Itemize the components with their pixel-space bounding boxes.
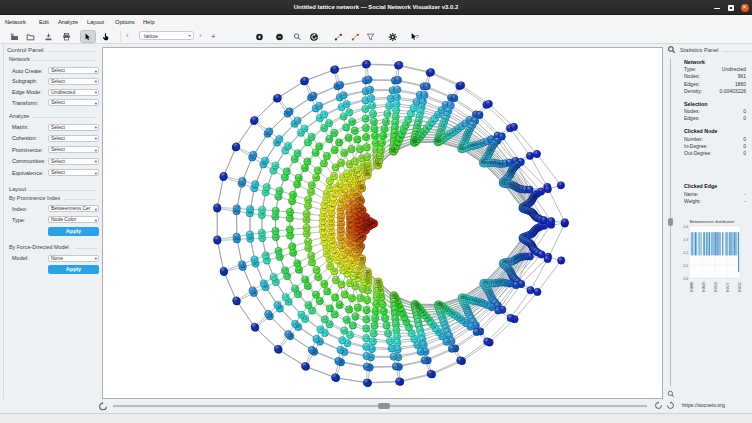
svg-text:617: 617 bbox=[299, 131, 304, 135]
svg-text:257: 257 bbox=[365, 298, 370, 302]
svg-text:181: 181 bbox=[419, 333, 424, 337]
svg-text:566: 566 bbox=[324, 192, 329, 196]
svg-text:281: 281 bbox=[336, 359, 341, 363]
svg-text:153: 153 bbox=[449, 339, 454, 343]
svg-text:0.0110: 0.0110 bbox=[714, 282, 718, 292]
svg-text:427: 427 bbox=[322, 240, 327, 244]
svg-text:559: 559 bbox=[234, 144, 239, 148]
svg-text:749: 749 bbox=[394, 102, 399, 106]
svg-text:595: 595 bbox=[305, 159, 310, 163]
svg-text:580: 580 bbox=[340, 197, 345, 201]
svg-text:269: 269 bbox=[362, 280, 367, 284]
svg-text:212: 212 bbox=[395, 335, 400, 339]
svg-text:770: 770 bbox=[409, 111, 414, 115]
svg-text:404: 404 bbox=[234, 298, 239, 302]
svg-text:802: 802 bbox=[436, 113, 441, 117]
svg-text:299: 299 bbox=[355, 266, 360, 270]
svg-text:524: 524 bbox=[263, 190, 268, 194]
svg-text:531: 531 bbox=[264, 185, 269, 189]
svg-text:178: 178 bbox=[416, 320, 421, 324]
svg-text:655: 655 bbox=[322, 112, 327, 116]
svg-text:597: 597 bbox=[328, 179, 333, 183]
svg-text:?: ? bbox=[415, 32, 419, 39]
svg-text:897: 897 bbox=[507, 161, 512, 165]
svg-text:671: 671 bbox=[357, 176, 362, 180]
svg-text:733: 733 bbox=[378, 154, 383, 158]
svg-text:122: 122 bbox=[474, 323, 479, 327]
svg-text:213: 213 bbox=[395, 341, 400, 345]
svg-text:97: 97 bbox=[486, 303, 489, 307]
svg-text:616: 616 bbox=[306, 140, 311, 144]
svg-text:243: 243 bbox=[371, 331, 376, 335]
svg-text:0.0232: 0.0232 bbox=[738, 282, 742, 292]
svg-text:472: 472 bbox=[304, 226, 309, 230]
svg-text:270: 270 bbox=[360, 287, 365, 291]
svg-text:227: 227 bbox=[380, 302, 385, 306]
svg-text:205: 205 bbox=[392, 300, 397, 304]
svg-text:525: 525 bbox=[252, 186, 257, 190]
svg-text:766: 766 bbox=[399, 132, 404, 136]
svg-text:808: 808 bbox=[452, 96, 457, 100]
svg-text:708: 708 bbox=[363, 117, 368, 121]
svg-text:206: 206 bbox=[392, 303, 397, 307]
svg-text:303: 303 bbox=[342, 292, 347, 296]
svg-text:300: 300 bbox=[353, 270, 358, 274]
svg-text:765: 765 bbox=[397, 136, 402, 140]
svg-text:436: 436 bbox=[240, 262, 245, 266]
svg-text:720: 720 bbox=[372, 120, 377, 124]
svg-text:534: 534 bbox=[306, 198, 311, 202]
svg-text:676: 676 bbox=[346, 136, 351, 140]
svg-text:426: 426 bbox=[329, 238, 334, 242]
svg-text:443: 443 bbox=[329, 233, 334, 237]
svg-text:840: 840 bbox=[473, 119, 478, 123]
svg-text:398: 398 bbox=[297, 268, 302, 272]
svg-text:771: 771 bbox=[411, 106, 416, 110]
svg-text:747: 747 bbox=[395, 88, 400, 92]
svg-text:455: 455 bbox=[348, 226, 353, 230]
svg-text:209: 209 bbox=[393, 317, 398, 321]
svg-text:555: 555 bbox=[271, 168, 276, 172]
svg-text:656: 656 bbox=[327, 121, 332, 125]
svg-text:225: 225 bbox=[383, 316, 388, 320]
svg-text:258: 258 bbox=[365, 288, 370, 292]
svg-text:598: 598 bbox=[335, 185, 340, 189]
svg-text:752: 752 bbox=[393, 121, 398, 125]
svg-text:65: 65 bbox=[509, 281, 512, 285]
svg-text:343: 343 bbox=[286, 332, 291, 336]
svg-text:220: 220 bbox=[391, 355, 396, 359]
svg-text:961: 961 bbox=[563, 220, 568, 224]
svg-text:207: 207 bbox=[392, 308, 397, 312]
svg-text:685: 685 bbox=[341, 93, 346, 97]
svg-text:208: 208 bbox=[393, 312, 398, 316]
svg-text:400: 400 bbox=[274, 280, 279, 284]
svg-text:492: 492 bbox=[273, 215, 278, 219]
svg-text:160: 160 bbox=[436, 330, 441, 334]
svg-text:689: 689 bbox=[353, 129, 358, 133]
svg-text:411: 411 bbox=[324, 246, 329, 250]
svg-text:810: 810 bbox=[446, 109, 451, 113]
svg-text:691: 691 bbox=[358, 147, 363, 151]
svg-text:776: 776 bbox=[429, 70, 434, 74]
svg-text:657: 657 bbox=[332, 131, 337, 135]
svg-text:33: 33 bbox=[528, 254, 531, 258]
svg-text:660: 660 bbox=[347, 162, 352, 166]
svg-text:381: 381 bbox=[334, 252, 339, 256]
svg-text:348: 348 bbox=[322, 282, 327, 286]
svg-text:532: 532 bbox=[277, 189, 282, 193]
svg-text:245: 245 bbox=[370, 347, 375, 351]
svg-text:474: 474 bbox=[329, 224, 334, 228]
svg-text:313: 313 bbox=[314, 337, 319, 341]
svg-text:674: 674 bbox=[353, 159, 358, 163]
svg-text:715: 715 bbox=[366, 78, 371, 82]
svg-text:66: 66 bbox=[504, 281, 507, 285]
svg-text:271: 271 bbox=[358, 296, 363, 300]
svg-text:530: 530 bbox=[253, 182, 258, 186]
svg-text:365: 365 bbox=[328, 264, 333, 268]
svg-text:158: 158 bbox=[444, 340, 449, 344]
svg-text:438: 438 bbox=[263, 253, 268, 257]
svg-text:330: 330 bbox=[352, 254, 357, 258]
svg-text:839: 839 bbox=[477, 113, 482, 117]
svg-text:435: 435 bbox=[221, 269, 226, 273]
svg-text:286: 286 bbox=[347, 307, 352, 311]
svg-text:562: 562 bbox=[273, 164, 278, 168]
